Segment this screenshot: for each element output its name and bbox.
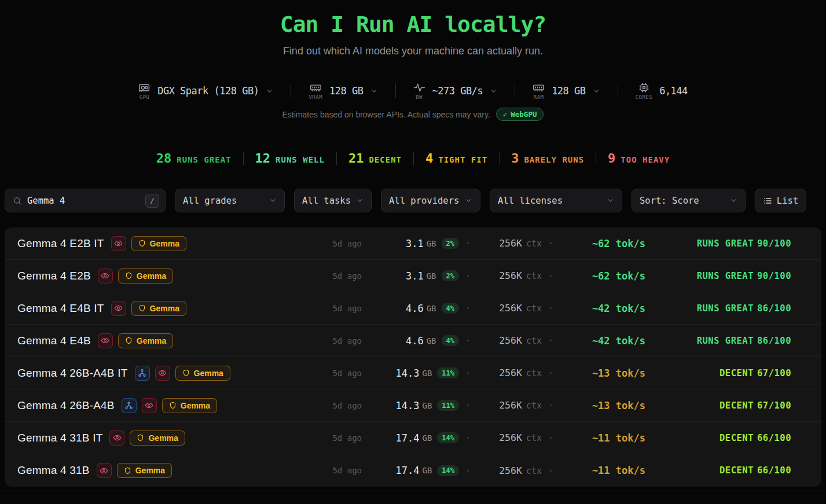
divider [618,83,618,98]
updated-at: 5d ago [317,466,362,475]
token-speed: ~62 tok/s [560,270,645,282]
model-name: Gemma 4 26B-A4B [17,399,115,412]
vram-selector[interactable]: VRAM 128 GB [309,82,377,100]
model-size: 3.1GB 2% [362,270,459,282]
divider [291,83,291,98]
model-row[interactable]: Gemma 4 31B Gemma 5d ago 17.4GB 14% 256K… [5,454,821,487]
token-speed: ~42 tok/s [560,335,645,347]
family-badge: Gemma [175,366,230,381]
list-icon [763,196,772,205]
gpu-icon: GPU [138,82,150,100]
vram-percent-pill: 2% [442,270,459,281]
ram-selector[interactable]: RAM 128 GB [533,82,600,100]
model-name: Gemma 4 26B-A4B IT [17,367,128,380]
stat-barely-runs: 3 BARELY RUNS [511,151,584,165]
vision-icon [142,398,157,413]
divider [336,152,337,165]
dot-separator [550,242,552,244]
tasks-filter-dropdown[interactable]: All tasks [294,189,372,212]
model-row[interactable]: Gemma 4 E2B Gemma 5d ago 3.1GB 2% 256Kct… [5,260,821,292]
model-row[interactable]: Gemma 4 31B IT Gemma 5d ago 17.4GB 14% 2… [5,422,821,454]
cores-value: 6,144 [659,85,688,97]
dot-separator [550,275,552,277]
vision-icon [109,431,124,446]
grade-score: DECENT67/100 [645,368,791,378]
updated-at: 5d ago [317,336,362,345]
vram-percent-pill: 11% [437,400,459,411]
bandwidth-icon: BW [413,82,425,100]
model-row[interactable]: Gemma 4 E2B IT Gemma 5d ago 3.1GB 2% 256… [5,227,821,260]
dot-separator [467,470,469,472]
dot-separator [467,307,469,309]
stat-decent: 21 DECENT [348,151,402,165]
grade-score: RUNS GREAT90/100 [645,271,791,281]
updated-at: 5d ago [317,433,362,443]
search-box[interactable]: / [5,189,166,212]
token-speed: ~42 tok/s [560,303,645,314]
model-row[interactable]: Gemma 4 E4B Gemma 5d ago 4.6GB 4% 256Kct… [5,325,821,357]
stat-runs-great: 28 RUNS GREAT [156,151,232,165]
dot-separator [550,340,552,341]
disclaimer-text: Estimates based on browser APIs. Actual … [282,110,490,119]
cores-icon: CORES [636,82,653,100]
updated-at: 5d ago [317,304,362,313]
shield-icon [125,337,133,344]
page-subtitle: Find out which AI models your machine ca… [0,45,826,57]
shield-icon [137,434,144,442]
model-row[interactable]: Gemma 4 26B-A4B Gemma 5d ago 14.3GB 11% … [5,389,821,422]
shield-icon [125,272,133,279]
dot-separator [467,275,469,277]
model-size: 4.6GB 4% [362,335,459,347]
model-name: Gemma 4 E2B [17,270,91,282]
chevron-down-icon [266,87,273,95]
ram-icon: RAM [533,82,545,100]
context-length: 256Kctx [477,270,542,281]
vram-percent-pill: 11% [437,367,459,378]
chevron-down-icon [370,87,378,95]
vram-percent-pill: 14% [437,432,459,443]
model-name: Gemma 4 31B [17,464,90,477]
sort-dropdown[interactable]: Sort: Score [632,189,746,212]
gpu-selector[interactable]: GPU DGX Spark (128 GB) [138,82,273,100]
grade-stats-bar: 28 RUNS GREAT 12 RUNS WELL 21 DECENT 4 T… [0,151,826,165]
search-input[interactable] [27,196,140,206]
model-row[interactable]: Gemma 4 26B-A4B IT Gemma 5d ago 14.3GB 1… [5,357,821,389]
model-name: Gemma 4 E4B [17,334,91,347]
check-icon: ✓ [503,110,508,119]
providers-filter-dropdown[interactable]: All providers [381,189,480,212]
context-length: 256Kctx [477,432,542,443]
divider [515,83,515,98]
webgpu-badge: ✓ WebGPU [496,108,544,121]
family-badge: Gemma [118,268,173,284]
chevron-down-icon [730,197,737,204]
spec-disclaimer: Estimates based on browser APIs. Actual … [0,108,826,121]
vision-icon [98,268,113,284]
chevron-down-icon [465,197,472,204]
context-length: 256Kctx [477,238,542,249]
divider [243,152,244,165]
page-title: Can I Run AI locally? [0,12,826,37]
dot-separator [550,404,552,406]
model-size: 14.3GB 11% [362,400,459,411]
divider [499,152,500,165]
dot-separator [550,470,552,472]
vision-icon [155,366,170,381]
chevron-down-icon [593,87,600,95]
list-view-toggle[interactable]: List [755,189,806,212]
family-badge: Gemma [117,463,172,478]
model-row[interactable]: Gemma 4 E4B IT Gemma 5d ago 4.6GB 4% 256… [5,292,821,325]
grade-score: RUNS GREAT90/100 [645,238,791,249]
bandwidth-selector[interactable]: BW ~273 GB/s [413,82,498,100]
vision-icon [111,301,126,316]
divider [0,491,826,491]
stat-runs-well: 12 RUNS WELL [255,151,325,165]
model-name: Gemma 4 31B IT [17,432,102,444]
shield-icon [138,240,146,247]
chevron-down-icon [490,87,497,95]
grades-filter-dropdown[interactable]: All grades [175,189,285,212]
licenses-filter-dropdown[interactable]: All licenses [490,189,622,212]
dot-separator [467,242,469,244]
token-speed: ~62 tok/s [560,238,645,249]
chevron-down-icon [269,197,277,204]
token-speed: ~13 tok/s [560,400,645,411]
